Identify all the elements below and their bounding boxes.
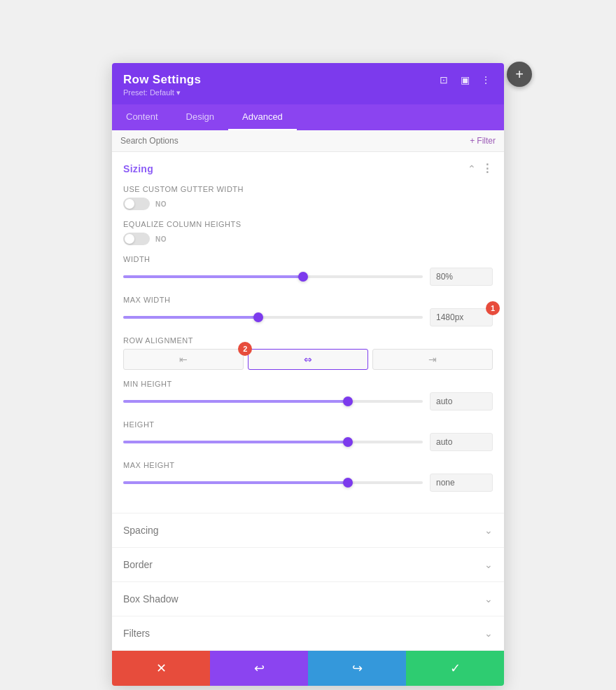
height-slider-track [123,441,423,443]
max-height-value[interactable]: none [430,474,493,492]
modal-header-icons: ⊡ ▣ ⋮ [437,73,493,87]
min-height-slider-row: auto [123,392,493,410]
modal-footer: ✕ ↩ ↪ ✓ [112,651,504,686]
modal-header: Row Settings Preset: Default ▾ ⊡ ▣ ⋮ [112,63,504,104]
preset-arrow: ▾ [176,88,181,97]
min-height-slider-track [123,400,423,403]
gutter-width-label: Use Custom Gutter Width [123,185,493,193]
max-width-slider-thumb[interactable] [253,312,263,322]
height-value[interactable]: auto [430,433,493,451]
sizing-section-header: Sizing ⌃ ⋮ [112,152,504,182]
save-button[interactable]: ✓ [406,651,504,686]
filter-label: Filter [477,136,496,146]
preset-label: Preset: [123,88,148,97]
max-height-slider-row: none [123,474,493,492]
border-section-title: Border [123,559,153,570]
filters-section-header[interactable]: Filters ⌄ [112,616,504,650]
height-slider-fill [123,441,348,443]
row-alignment-field: Row Alignment ⇤ ⇔ ⇥ [123,336,493,370]
align-center-icon: ⇔ [304,354,312,365]
redo-icon: ↪ [352,661,363,676]
modal-tabs: Content Design Advanced [112,104,504,130]
search-input[interactable] [120,136,470,146]
search-bar: + Filter [112,130,504,152]
max-width-slider-row: 1480px 1 [123,308,493,326]
sizing-section-content: Use Custom Gutter Width NO Equalize Colu… [112,182,504,513]
tab-design[interactable]: Design [172,104,228,130]
preset-value: Default [150,88,174,97]
filter-plus-icon: + [470,136,475,146]
align-right-option[interactable]: ⇥ [372,349,493,370]
align-right-icon: ⇥ [428,354,437,365]
cancel-icon: ✕ [156,661,167,676]
responsive-icon[interactable]: ⊡ [437,73,451,87]
tab-advanced[interactable]: Advanced [228,104,297,130]
box-shadow-chevron-icon: ⌄ [484,593,493,605]
max-height-label: Max Height [123,461,493,469]
gutter-width-toggle-row: NO [123,198,493,210]
modal-preset[interactable]: Preset: Default ▾ [123,88,201,97]
fab-add-button[interactable]: + [507,62,532,87]
height-label: Height [123,420,493,429]
width-field: Width 80% [123,255,493,286]
sizing-section-title: Sizing [123,163,153,174]
max-width-slider-fill [123,316,258,319]
spacing-section-header[interactable]: Spacing ⌄ [112,513,504,547]
max-height-slider-thumb[interactable] [343,478,353,488]
height-slider-row: auto [123,433,493,451]
border-section: Border ⌄ [112,548,504,582]
box-shadow-section-header[interactable]: Box Shadow ⌄ [112,582,504,616]
min-height-value[interactable]: auto [430,392,493,410]
equalize-heights-label: Equalize Column Heights [123,220,493,228]
height-slider-container [123,441,423,443]
gutter-width-toggle-label: NO [155,200,167,208]
save-icon: ✓ [450,661,461,676]
modal-header-left: Row Settings Preset: Default ▾ [123,73,201,97]
max-width-value[interactable]: 1480px [430,308,493,326]
min-height-slider-fill [123,400,348,403]
row-alignment-wrapper: ⇤ ⇔ ⇥ 2 [123,349,493,370]
row-alignment-label: Row Alignment [123,336,493,345]
width-slider-fill [123,275,303,278]
more-options-icon[interactable]: ⋮ [479,73,493,87]
equalize-heights-field: Equalize Column Heights NO [123,220,493,245]
max-width-slider-container [123,316,423,319]
sizing-collapse-icon[interactable]: ⌃ [468,163,476,174]
sizing-menu-icon[interactable]: ⋮ [482,162,493,175]
modal-title: Row Settings [123,73,201,87]
filters-section: Filters ⌄ [112,616,504,651]
cancel-button[interactable]: ✕ [112,651,210,686]
sizing-section: Sizing ⌃ ⋮ Use Custom Gutter Width NO [112,152,504,513]
min-height-field: Min Height auto [123,380,493,410]
width-slider-row: 80% [123,268,493,286]
align-center-option[interactable]: ⇔ [248,349,368,370]
undo-button[interactable]: ↩ [210,651,308,686]
gutter-width-toggle[interactable] [123,198,150,210]
border-section-header[interactable]: Border ⌄ [112,548,504,581]
height-slider-thumb[interactable] [343,437,353,447]
filter-button[interactable]: + Filter [470,136,496,146]
filters-section-title: Filters [123,628,150,639]
layout-icon[interactable]: ▣ [458,73,472,87]
width-slider-thumb[interactable] [298,272,308,282]
box-shadow-section: Box Shadow ⌄ [112,582,504,616]
row-settings-modal: Row Settings Preset: Default ▾ ⊡ ▣ ⋮ Con… [112,63,504,686]
align-left-option[interactable]: ⇤ [123,349,244,370]
max-height-slider-fill [123,481,348,484]
redo-button[interactable]: ↪ [308,651,406,686]
height-field: Height auto [123,420,493,451]
width-value[interactable]: 80% [430,268,493,286]
row-alignment-options: ⇤ ⇔ ⇥ [123,349,493,370]
max-width-value-container: 1480px 1 [430,308,493,326]
max-height-field: Max Height none [123,461,493,492]
spacing-section-title: Spacing [123,525,159,536]
max-height-slider-container [123,481,423,484]
min-height-label: Min Height [123,380,493,388]
max-width-label: Max Width [123,296,493,304]
tab-content[interactable]: Content [112,104,172,130]
max-width-badge: 1 [486,301,500,315]
border-chevron-icon: ⌄ [484,559,493,570]
box-shadow-section-title: Box Shadow [123,593,178,605]
equalize-heights-toggle[interactable] [123,233,150,245]
min-height-slider-thumb[interactable] [343,396,353,406]
